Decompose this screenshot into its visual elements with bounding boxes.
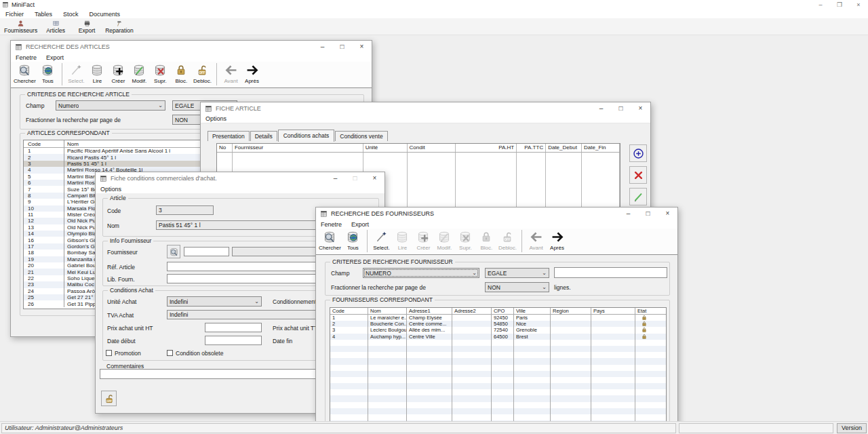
column-header-no[interactable]: No bbox=[217, 144, 233, 152]
column-header-region[interactable]: Region bbox=[551, 308, 591, 314]
tab-presentation[interactable]: Presentation bbox=[208, 131, 250, 141]
supr-button[interactable]: Supr. bbox=[150, 62, 171, 84]
date-debut-field[interactable] bbox=[205, 336, 262, 345]
maximize-icon[interactable]: □ bbox=[611, 102, 631, 115]
prix-ht-label: Prix achat unit HT bbox=[107, 325, 153, 332]
debloc-button[interactable]: OFFDebloc. bbox=[192, 62, 213, 84]
menu-options[interactable]: Options bbox=[201, 115, 231, 122]
menu-fenetre[interactable]: Fenetre bbox=[11, 54, 41, 61]
tab-conditions-achats[interactable]: Conditions achats bbox=[278, 130, 335, 142]
tous-button[interactable]: Tous bbox=[342, 229, 363, 251]
chevron-down-icon: ⌄ bbox=[254, 299, 259, 304]
fournisseur-row[interactable]: 2Boucherie Con...Centre comme...54850Nic… bbox=[330, 321, 666, 327]
cr-er-button[interactable]: Créer bbox=[108, 62, 129, 84]
column-header-date-fin[interactable]: Date_Fin bbox=[582, 144, 620, 152]
apr-s-button[interactable]: Après bbox=[547, 229, 568, 251]
tous-button[interactable]: Tous bbox=[37, 62, 58, 84]
articles-button[interactable]: Articles bbox=[40, 18, 71, 35]
articles-toolbar: ChercherTousSelect.LireCréerModif.Supr.B… bbox=[11, 62, 372, 88]
cr-er-button: Créer bbox=[413, 229, 434, 251]
main-titlebar[interactable]: MiniFact – ❐ × bbox=[0, 0, 868, 9]
delete-button[interactable] bbox=[629, 166, 647, 184]
restore-icon[interactable]: ❐ bbox=[830, 0, 849, 9]
conditions-titlebar[interactable]: Fiche conditions commerciales d'achat. –… bbox=[96, 172, 384, 184]
column-header-code[interactable]: Code bbox=[330, 308, 368, 314]
column-header-unit[interactable]: Unité bbox=[363, 144, 408, 152]
fournisseur-row[interactable]: 3Leclerc BoulgourAllée des mim...72540Gr… bbox=[330, 327, 666, 333]
column-header-ville[interactable]: Ville bbox=[514, 308, 551, 314]
edit-button[interactable] bbox=[629, 188, 647, 205]
close-icon[interactable]: × bbox=[849, 0, 868, 9]
column-header-pays[interactable]: Pays bbox=[591, 308, 635, 314]
menu-documents[interactable]: Documents bbox=[84, 11, 126, 18]
chercher-button[interactable]: Chercher bbox=[12, 62, 37, 84]
reparation-button[interactable]: Reparation bbox=[102, 18, 136, 35]
promotion-checkbox[interactable] bbox=[106, 350, 112, 356]
column-header-cpo[interactable]: CPO bbox=[492, 308, 514, 314]
export-button[interactable]: Export bbox=[71, 18, 102, 35]
apr-s-button[interactable]: Après bbox=[241, 62, 262, 84]
menu-fichier[interactable]: Fichier bbox=[0, 11, 29, 18]
menu-options[interactable]: Options bbox=[96, 186, 126, 193]
column-header-fournisseur[interactable]: Fournisseur bbox=[233, 144, 363, 152]
db-pencil-icon bbox=[437, 230, 452, 244]
avant-button: Avant bbox=[526, 229, 547, 251]
close-icon[interactable]: × bbox=[365, 172, 384, 184]
close-icon[interactable]: × bbox=[631, 102, 650, 115]
add-button[interactable] bbox=[629, 144, 647, 162]
fraction-select[interactable]: NON ⌄ bbox=[485, 282, 549, 292]
fournisseurs-table[interactable]: CodeNomAdresse1Adresse2CPOVilleRegionPay… bbox=[330, 307, 667, 434]
prix-ht-field[interactable] bbox=[205, 323, 262, 332]
menu-fenetre[interactable]: Fenetre bbox=[316, 221, 347, 228]
chercher-button[interactable]: Chercher bbox=[317, 229, 342, 251]
minimize-icon[interactable]: – bbox=[326, 172, 345, 184]
column-header-adresse1[interactable]: Adresse1 bbox=[407, 308, 452, 314]
window-recherche-fournisseurs: RECHERCHE DES FOURNISSEURS – □ × Fenetre… bbox=[315, 207, 678, 434]
fournisseurs-titlebar[interactable]: RECHERCHE DES FOURNISSEURS – □ × bbox=[316, 208, 677, 220]
unlock-button[interactable]: OFF bbox=[101, 391, 117, 406]
champ-select[interactable]: Numero ⌄ bbox=[56, 100, 165, 111]
ref-article-label: Réf. Article bbox=[107, 264, 135, 271]
maximize-icon[interactable]: □ bbox=[332, 41, 352, 53]
column-header-adresse2[interactable]: Adresse2 bbox=[452, 308, 492, 314]
minimize-icon[interactable]: – bbox=[618, 208, 638, 220]
db-icon bbox=[90, 63, 104, 77]
column-header-date-debut[interactable]: Date_Debut bbox=[546, 144, 582, 152]
column-header-condit[interactable]: Condit bbox=[408, 144, 456, 152]
operator-select[interactable]: EGALE ⌄ bbox=[485, 268, 549, 278]
fournisseur-code-field[interactable] bbox=[184, 247, 229, 256]
unite-achat-select[interactable]: Indefini ⌄ bbox=[167, 296, 262, 307]
version-button[interactable]: Version bbox=[837, 423, 867, 433]
column-header-nom[interactable]: Nom bbox=[368, 308, 407, 314]
minimize-icon[interactable]: – bbox=[313, 41, 332, 53]
column-header-pa-ht[interactable]: PA.HT bbox=[456, 144, 517, 152]
close-icon[interactable]: × bbox=[352, 41, 372, 53]
minimize-icon[interactable]: – bbox=[591, 102, 611, 115]
fournisseur-row[interactable]: 4Auchamp hyp...Centre Ville64500Brest bbox=[330, 334, 666, 340]
select-button[interactable]: Select. bbox=[371, 229, 392, 251]
column-header-etat[interactable]: Etat bbox=[635, 308, 667, 314]
obsolete-checkbox[interactable] bbox=[167, 350, 173, 356]
fournisseur-search-button[interactable] bbox=[167, 245, 180, 258]
column-header-pa-ttc[interactable]: PA.TTC bbox=[517, 144, 546, 152]
close-icon[interactable]: × bbox=[658, 208, 677, 220]
articles-titlebar[interactable]: RECHERCHE DES ARTICLES – □ × bbox=[11, 41, 372, 53]
menu-stock[interactable]: Stock bbox=[58, 11, 84, 18]
champ-select[interactable]: NUMERO ⌄ bbox=[363, 268, 479, 278]
menu-export[interactable]: Export bbox=[41, 54, 68, 61]
fournisseurs-button[interactable]: Fournisseurs bbox=[1, 18, 40, 35]
fiche-article-titlebar[interactable]: FICHE ARTICLE – □ × bbox=[201, 102, 650, 115]
tab-conditions-vente[interactable]: Conditions vente bbox=[335, 131, 387, 141]
menu-export[interactable]: Export bbox=[347, 221, 374, 228]
tab-details[interactable]: Details bbox=[250, 131, 277, 141]
search-value-input[interactable] bbox=[554, 267, 667, 278]
fournisseur-row[interactable]: 1Le maraicher e...Champ Elysée92450Paris bbox=[330, 315, 666, 321]
bloc-button[interactable]: Bloc. bbox=[171, 62, 192, 84]
menu-tables[interactable]: Tables bbox=[29, 11, 58, 18]
lire-button[interactable]: Lire bbox=[87, 62, 108, 84]
code-field[interactable]: 3 bbox=[156, 205, 214, 215]
column-header-code[interactable]: Code bbox=[24, 140, 64, 147]
maximize-icon[interactable]: □ bbox=[638, 208, 658, 220]
minimize-icon[interactable]: – bbox=[811, 0, 830, 9]
modif-button[interactable]: Modif. bbox=[129, 62, 150, 84]
